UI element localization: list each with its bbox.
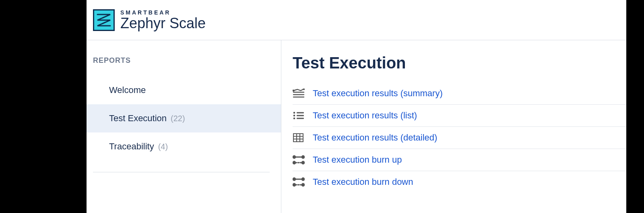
svg-rect-9 — [297, 115, 304, 116]
sidebar-item-label: Test Execution — [109, 113, 167, 124]
left-black-bar — [0, 0, 87, 213]
report-row-burn-up[interactable]: Test execution burn up — [293, 149, 626, 171]
svg-point-26 — [302, 184, 304, 186]
body-area: REPORTS Welcome Test Execution (22) Trac… — [87, 40, 626, 213]
sidebar: REPORTS Welcome Test Execution (22) Trac… — [87, 40, 281, 213]
main-panel: Test Execution Test executio — [281, 40, 626, 213]
report-link: Test execution results (detailed) — [313, 132, 437, 143]
svg-point-4 — [303, 89, 305, 89]
grid-icon — [293, 133, 305, 143]
report-link: Test execution results (list) — [313, 110, 417, 121]
sidebar-item-traceability[interactable]: Traceability (4) — [87, 132, 281, 161]
svg-rect-10 — [297, 118, 304, 119]
report-row-summary[interactable]: Test execution results (summary) — [293, 83, 626, 105]
sidebar-item-label: Traceability — [109, 141, 154, 152]
content-area: SMARTBEAR Zephyr Scale REPORTS Welcome T… — [87, 0, 626, 213]
svg-rect-8 — [297, 112, 304, 114]
svg-point-5 — [293, 112, 295, 114]
report-row-list[interactable]: Test execution results (list) — [293, 105, 626, 127]
summary-icon — [293, 89, 305, 98]
sidebar-item-count: (4) — [158, 142, 168, 151]
sidebar-item-welcome[interactable]: Welcome — [87, 76, 281, 104]
report-link: Test execution results (summary) — [313, 88, 443, 99]
burnup-icon — [293, 155, 305, 165]
brand-top: SMARTBEAR — [120, 10, 206, 15]
report-link: Test execution burn up — [313, 155, 402, 165]
svg-point-6 — [293, 115, 295, 117]
svg-point-3 — [293, 90, 294, 91]
logo-icon — [93, 9, 115, 31]
report-link: Test execution burn down — [313, 177, 413, 187]
report-row-detailed[interactable]: Test execution results (detailed) — [293, 127, 626, 149]
svg-rect-11 — [293, 134, 303, 142]
page-title: Test Execution — [293, 54, 626, 72]
burndown-icon — [293, 177, 305, 187]
right-black-bar — [626, 0, 644, 213]
sidebar-item-count: (22) — [171, 114, 185, 123]
sidebar-title: REPORTS — [87, 56, 281, 76]
brand-bottom: Zephyr Scale — [120, 16, 206, 31]
app-header: SMARTBEAR Zephyr Scale — [87, 0, 626, 40]
svg-point-7 — [293, 118, 295, 120]
list-icon — [293, 111, 305, 120]
svg-point-20 — [302, 161, 304, 164]
sidebar-item-test-execution[interactable]: Test Execution (22) — [87, 104, 281, 132]
logo-text: SMARTBEAR Zephyr Scale — [120, 10, 206, 31]
report-row-burn-down[interactable]: Test execution burn down — [293, 171, 626, 193]
sidebar-item-label: Welcome — [109, 85, 146, 95]
sidebar-divider — [93, 172, 270, 172]
